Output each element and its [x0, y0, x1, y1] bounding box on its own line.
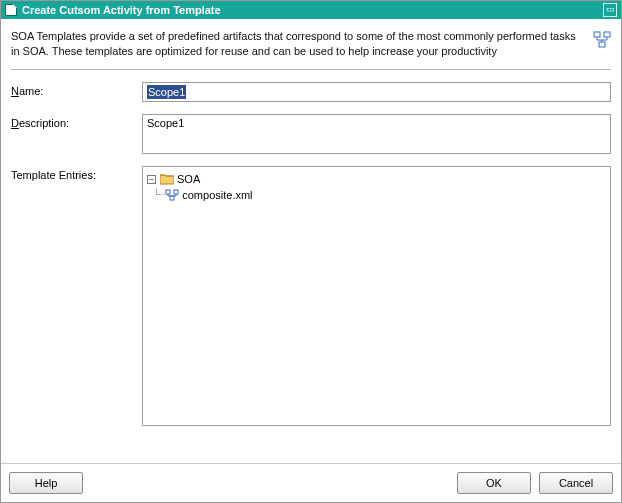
name-mnemonic: N: [11, 85, 19, 97]
separator: [11, 69, 611, 70]
svg-rect-1: [604, 32, 610, 37]
svg-rect-5: [170, 196, 174, 200]
tree-root-label: SOA: [177, 171, 200, 187]
button-bar: Help OK Cancel: [1, 463, 621, 502]
name-label-rest: ame:: [19, 85, 43, 97]
svg-rect-0: [594, 32, 600, 37]
collapse-icon[interactable]: −: [147, 175, 156, 184]
dialog-body: SOA Templates provide a set of predefine…: [1, 19, 621, 463]
name-field-wrap: Scope1: [142, 82, 611, 102]
svg-rect-3: [166, 190, 170, 194]
form-grid: Name: Scope1 Description: Template Entri…: [11, 82, 611, 426]
dialog-window: Create Cutsom Activity from Template ▭ S…: [0, 0, 622, 503]
svg-rect-2: [599, 42, 605, 47]
description-label: Description:: [11, 114, 136, 154]
ok-button[interactable]: OK: [457, 472, 531, 494]
tree-child-row[interactable]: └┈ composite.xml: [147, 187, 606, 203]
tree-root-row[interactable]: − SOA: [147, 171, 606, 187]
tree-line: └┈: [153, 187, 164, 203]
description-field[interactable]: [142, 114, 611, 154]
name-field[interactable]: [142, 82, 611, 102]
maximize-icon[interactable]: ▭: [603, 3, 617, 17]
desc-label-rest: escription:: [19, 117, 69, 129]
svg-rect-4: [174, 190, 178, 194]
document-icon: [5, 4, 17, 16]
template-entries-tree[interactable]: − SOA └┈: [142, 166, 611, 426]
name-label: Name:: [11, 82, 136, 102]
dialog-title: Create Cutsom Activity from Template: [22, 4, 601, 16]
folder-icon: [160, 173, 174, 185]
cancel-button[interactable]: Cancel: [539, 472, 613, 494]
tree-child-label: composite.xml: [182, 187, 252, 203]
help-button[interactable]: Help: [9, 472, 83, 494]
composite-file-icon: [165, 189, 179, 201]
intro-row: SOA Templates provide a set of predefine…: [11, 29, 611, 59]
titlebar[interactable]: Create Cutsom Activity from Template ▭: [1, 1, 621, 19]
soa-diagram-icon: [593, 31, 611, 49]
intro-text: SOA Templates provide a set of predefine…: [11, 29, 593, 59]
template-entries-label: Template Entries:: [11, 166, 136, 426]
desc-mnemonic: D: [11, 117, 19, 129]
name-selection-highlight: Scope1: [147, 85, 186, 99]
